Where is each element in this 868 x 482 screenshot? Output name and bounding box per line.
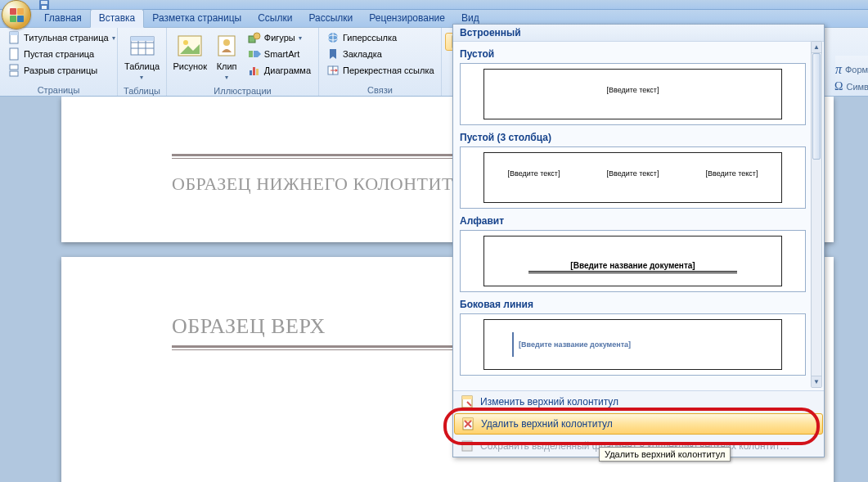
gallery-body: Пустой [Введите текст] Пустой (3 столбца… [453,42,809,390]
table-label: Таблица [124,61,160,71]
group-links-label: Связи [322,84,438,96]
clip-label: Клип [217,61,237,71]
svg-rect-2 [42,6,47,9]
placeholder-text: [Введите текст] [508,169,560,178]
picture-button[interactable]: Рисунок [170,29,209,74]
picture-label: Рисунок [173,61,207,71]
formula-label: Форм [845,65,868,74]
bookmark-icon [326,47,340,61]
svg-rect-24 [253,67,255,75]
group-tables: Таблица▾ Таблицы [118,28,167,96]
svg-rect-23 [250,70,252,75]
shapes-button[interactable]: Фигуры ▾ [244,29,315,46]
header-gallery: Встроенный Пустой [Введите текст] Пустой… [452,24,825,457]
gallery-item-empty3[interactable]: [Введите текст] [Введите текст] [Введите… [460,146,806,209]
gallery-item-empty-name: Пустой [460,48,806,60]
svg-rect-25 [256,69,259,75]
chart-icon [248,64,261,77]
office-button[interactable] [2,0,31,29]
group-symbols: π Форм Ω Симв Симво [835,56,868,96]
omega-icon: Ω [834,80,843,93]
pi-icon: π [835,62,842,77]
dropdown-caret-icon: ▾ [140,74,143,81]
tab-insert[interactable]: Вставка [90,9,145,28]
chart-label: Диаграмма [264,65,311,75]
svg-rect-21 [254,51,258,57]
page-icon [7,31,20,44]
blank-page-label: Пустая страница [24,49,94,59]
formula-button[interactable]: π Форм [831,61,868,79]
tab-review[interactable]: Рецензирование [361,10,453,27]
page-icon [7,47,20,61]
dropdown-caret-icon: ▾ [112,34,115,42]
svg-rect-1 [41,1,47,4]
tab-mail[interactable]: Рассылки [300,10,361,27]
gallery-scrollbar[interactable]: ▲ ▼ [811,41,822,388]
remove-header-icon [461,417,474,430]
smartart-label: SmartArt [264,49,299,59]
tab-home[interactable]: Главная [36,10,90,27]
save-icon[interactable] [38,0,51,11]
gallery-title: Встроенный [453,25,824,42]
symbol-button[interactable]: Ω Симв [830,79,868,95]
group-pages-label: Страницы [3,84,114,96]
group-links: Гиперссылка Закладка Перекрестная ссылка… [319,28,442,96]
tooltip: Удалить верхний колонтитул [599,447,731,462]
save-selection-icon [461,439,474,453]
group-pages: Титульная страница ▾ Пустая страница Раз… [0,28,118,96]
gallery-item-empty3-name: Пустой (3 столбца) [460,132,806,143]
scroll-thumb[interactable] [812,53,821,160]
gallery-item-side-name: Боковая линия [460,299,806,310]
svg-rect-5 [10,48,18,60]
gallery-item-side[interactable]: [Введите название документа] [460,313,806,376]
bookmark-label: Закладка [343,49,382,59]
group-tables-label: Таблицы [121,85,163,97]
smartart-button[interactable]: SmartArt [244,46,315,62]
page-break-icon [7,64,20,77]
crossref-button[interactable]: Перекрестная ссылка [322,62,438,79]
svg-rect-13 [131,37,154,41]
tab-layout[interactable]: Разметка страницы [144,10,250,27]
shapes-label: Фигуры [264,33,295,43]
svg-rect-49 [464,442,470,444]
group-illustrations-label: Иллюстрации [170,85,315,97]
chart-button[interactable]: Диаграмма [244,62,315,79]
svg-rect-4 [10,32,18,35]
quick-access-toolbar [38,0,51,10]
blank-page-button[interactable]: Пустая страница [3,46,119,62]
svg-rect-6 [10,65,18,70]
table-button[interactable]: Таблица▾ [121,29,163,85]
clip-button[interactable]: Клип▾ [211,29,241,85]
dropdown-caret-icon: ▾ [299,34,302,42]
group-illustrations: Рисунок Клип▾ Фигуры ▾ SmartArt Диагр [167,28,319,96]
svg-rect-43 [462,396,472,399]
cover-page-button[interactable]: Титульная страница ▾ [3,29,119,46]
picture-icon [177,32,203,60]
scroll-down-icon[interactable]: ▼ [812,376,821,387]
cover-page-label: Титульная страница [24,33,109,43]
scroll-up-icon[interactable]: ▲ [812,42,821,53]
svg-point-15 [183,40,188,45]
page-break-button[interactable]: Разрыв страницы [3,62,119,79]
svg-rect-20 [249,51,253,57]
rule-line [528,273,736,273]
hyperlink-label: Гиперссылка [343,33,397,43]
hyperlink-button[interactable]: Гиперссылка [322,29,438,46]
edit-header-label: Изменить верхний колонтитул [480,396,618,408]
edit-header-menu-item[interactable]: Изменить верхний колонтитул [453,391,824,412]
gallery-item-alpha[interactable]: [Введите название документа] [460,230,806,292]
gallery-item-empty[interactable]: [Введите текст] [460,63,806,125]
crossref-label: Перекрестная ссылка [343,65,434,75]
bookmark-button[interactable]: Закладка [322,46,438,62]
clip-icon [215,32,238,60]
placeholder-text: [Введите текст] [607,169,659,178]
crossref-icon [326,64,340,77]
edit-header-icon [461,395,474,408]
symbol-label: Симв [846,82,868,92]
shapes-icon [248,31,261,44]
remove-header-menu-item[interactable]: Удалить верхний колонтитул [454,413,823,435]
smartart-icon [248,47,261,61]
hyperlink-icon [326,31,340,44]
tab-refs[interactable]: Ссылки [250,10,300,27]
svg-marker-22 [258,51,261,57]
